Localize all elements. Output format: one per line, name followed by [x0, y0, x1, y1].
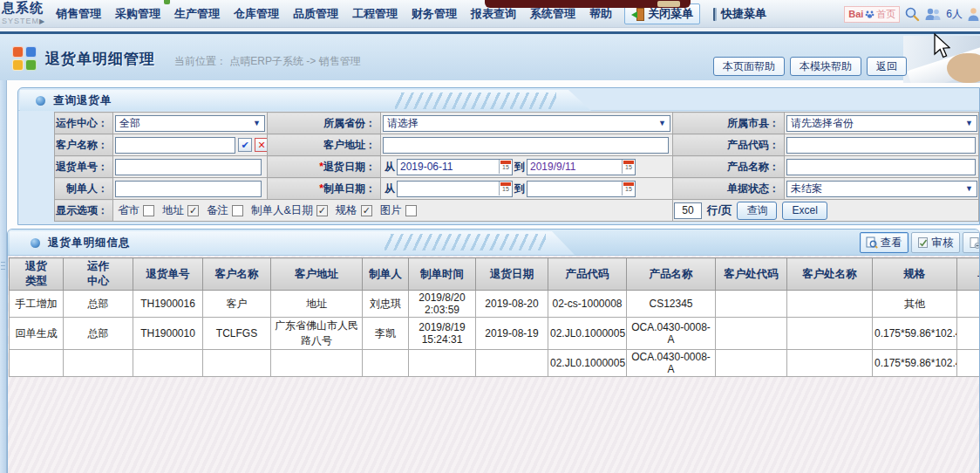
- result-panel: 退货单明细信息 查看 审核 作 退货 类型运作 中心退货单号客户名称客户地址制单…: [7, 229, 980, 473]
- query-panel: 查询退货单 运作中心： 全部▼ 所属省份： 请选择▼ 所属市县： 请先选择省份▼…: [17, 87, 980, 225]
- system-logo-subtext: SYSTEM▶: [2, 17, 54, 25]
- customer-address-label: 客户地址：: [268, 134, 381, 156]
- menu-item[interactable]: 系统管理: [530, 6, 575, 22]
- calendar-icon[interactable]: [622, 160, 635, 174]
- audit-pen-icon: [917, 236, 929, 249]
- page-help-button[interactable]: 本页面帮助: [713, 57, 785, 76]
- calendar-icon[interactable]: [622, 182, 635, 195]
- make-date-from-input[interactable]: [398, 182, 499, 196]
- system-logo: 息系统 SYSTEM▶: [2, 0, 54, 25]
- baidu-home-label: 首页: [876, 8, 895, 21]
- cell: 刘忠琪: [363, 291, 409, 318]
- breadcrumb: 当前位置： 点晴ERP子系统 -> 销售管理: [174, 54, 361, 69]
- column-header: 客户处代码: [716, 258, 787, 291]
- panel-divider-icon[interactable]: [713, 8, 717, 21]
- page-size-input[interactable]: [674, 202, 702, 219]
- view-button[interactable]: 查看: [860, 232, 909, 253]
- column-header: 退货单号: [133, 258, 203, 291]
- checkbox-checked-icon[interactable]: ✓: [187, 205, 199, 216]
- module-help-button[interactable]: 本模块帮助: [790, 57, 861, 76]
- product-code-input[interactable]: [786, 137, 976, 154]
- checkbox-unchecked-icon[interactable]: [232, 205, 243, 216]
- column-header: 退货 类型: [10, 258, 64, 291]
- menu-item[interactable]: 仓库管理: [234, 6, 279, 22]
- customer-name-label: 客户名称：: [55, 134, 113, 156]
- cell: [10, 350, 64, 377]
- table-row: 02.JL0.1000005OCA.0430-0008-A 0.175*59.8…: [10, 350, 980, 377]
- customer-picker-icon[interactable]: ✔: [238, 138, 252, 152]
- mouse-cursor: [933, 33, 950, 59]
- menu-item[interactable]: 生产管理: [174, 6, 220, 22]
- invalidate-button[interactable]: 作: [963, 232, 980, 253]
- topbar-right-icons: Bai 首页 6人: [844, 3, 980, 24]
- expand-arrow-icon[interactable]: ▶: [39, 17, 45, 25]
- customer-address-input[interactable]: [383, 137, 669, 154]
- customer-clear-icon[interactable]: ✕: [255, 138, 268, 152]
- quick-menu[interactable]: 快捷菜单: [713, 0, 766, 28]
- cell: 2019-08-20: [476, 291, 548, 318]
- checkbox-checked-icon[interactable]: ✓: [361, 205, 372, 216]
- calendar-icon[interactable]: [499, 182, 512, 195]
- search-icon[interactable]: [904, 6, 920, 22]
- collapsed-sidebar[interactable]: [0, 80, 7, 473]
- city-label: 所属市县：: [673, 113, 785, 134]
- make-date-to-input[interactable]: [527, 182, 622, 196]
- checkbox-unchecked-icon[interactable]: [405, 205, 417, 216]
- menu-item[interactable]: 采购管理: [115, 6, 160, 22]
- cell: [409, 350, 476, 377]
- cell: [787, 318, 873, 350]
- bullet-sphere-icon: [36, 96, 45, 106]
- baidu-home-link[interactable]: Bai 首页: [844, 6, 900, 23]
- return-date-to-input[interactable]: [527, 160, 622, 175]
- user-icon[interactable]: [967, 7, 980, 22]
- column-header: 产品代码: [548, 258, 627, 291]
- cell: 总部: [64, 318, 133, 350]
- online-users-count[interactable]: 6人: [946, 7, 963, 22]
- browser-remnant-band: [485, 0, 691, 8]
- operation-center-select[interactable]: 全部▼: [115, 115, 265, 132]
- cell: [716, 291, 787, 318]
- search-button[interactable]: 查询: [737, 202, 777, 220]
- cell: 2019/8/20 2:03:59: [409, 291, 476, 318]
- return-date-label: *退货日期：: [268, 156, 381, 178]
- display-option: 制单人&日期✓: [251, 203, 328, 218]
- menu-item[interactable]: 销售管理: [56, 6, 101, 22]
- date-from-label: 从: [385, 161, 395, 173]
- menu-item[interactable]: 工程管理: [352, 6, 398, 22]
- titlebar-buttons: 本页面帮助 本模块帮助 返回: [713, 57, 907, 76]
- audit-button[interactable]: 审核: [911, 232, 960, 253]
- maker-input[interactable]: [115, 181, 262, 197]
- table-header-row: 退货 类型运作 中心退货单号客户名称客户地址制单人制单时间退货日期产品代码产品名…: [10, 258, 980, 291]
- column-header: 制单时间: [409, 258, 476, 291]
- province-select[interactable]: 请选择▼: [383, 115, 670, 132]
- calendar-icon[interactable]: [499, 160, 512, 174]
- cell: TH1900016: [133, 291, 203, 318]
- online-users-icon[interactable]: [924, 7, 942, 22]
- return-date-from-input[interactable]: [398, 160, 499, 175]
- back-button[interactable]: 返回: [867, 57, 907, 76]
- cell: 02-cs-1000008: [548, 291, 627, 318]
- city-select[interactable]: 请先选择省份▼: [786, 115, 977, 132]
- cell: 其他: [873, 291, 957, 318]
- return-type-link[interactable]: 回单生成: [10, 318, 64, 350]
- column-header: 规格: [873, 258, 957, 291]
- menu-item[interactable]: 帮助: [589, 6, 612, 22]
- page-title: 退货单明细管理: [45, 49, 155, 69]
- sidebar-grip-icon[interactable]: [1, 262, 5, 272]
- document-icon: [969, 236, 980, 249]
- display-option: 地址✓: [162, 203, 199, 218]
- customer-name-input[interactable]: [115, 137, 235, 154]
- return-no-input[interactable]: [115, 159, 262, 175]
- menu-item[interactable]: 品质管理: [293, 6, 338, 22]
- checkbox-checked-icon[interactable]: ✓: [316, 205, 328, 216]
- checkbox-unchecked-icon[interactable]: [143, 205, 154, 216]
- province-label: 所属省份：: [268, 113, 381, 134]
- product-name-input[interactable]: [786, 159, 976, 175]
- cell: 总部: [64, 291, 133, 318]
- menu-item[interactable]: 报表查询: [471, 6, 516, 22]
- excel-export-button[interactable]: Excel: [782, 202, 827, 220]
- quick-menu-label: 快捷菜单: [721, 6, 766, 22]
- menu-item[interactable]: 财务管理: [412, 6, 457, 22]
- return-type-link[interactable]: 手工增加: [10, 291, 64, 318]
- doc-status-select[interactable]: 未结案▼: [786, 181, 977, 197]
